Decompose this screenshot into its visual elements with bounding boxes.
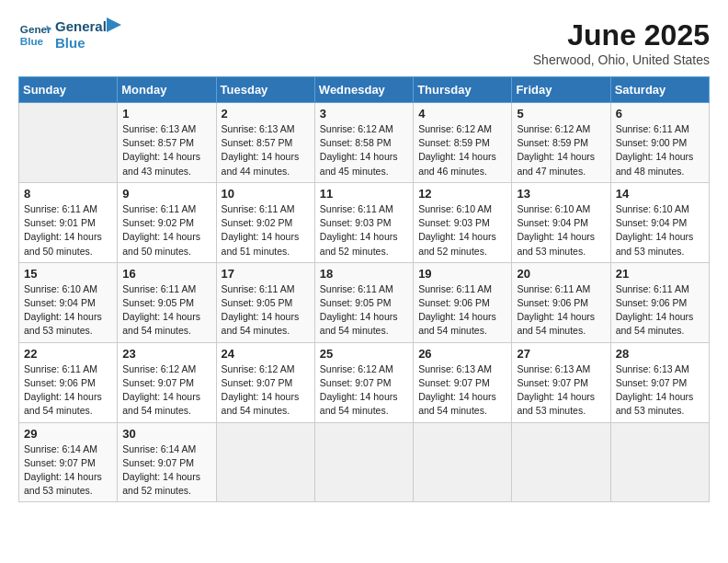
sunset-label: Sunset: 9:03 PM bbox=[320, 217, 392, 228]
daylight-label: Daylight: 14 hours bbox=[616, 311, 694, 322]
sunrise-label: Sunrise: 6:12 AM bbox=[122, 363, 196, 374]
daylight-minutes: and 54 minutes. bbox=[320, 325, 389, 336]
day-info: Sunrise: 6:11 AM Sunset: 9:06 PM Dayligh… bbox=[616, 282, 704, 339]
day-number: 6 bbox=[616, 107, 704, 121]
daylight-label: Daylight: 14 hours bbox=[418, 231, 496, 242]
daylight-minutes: and 50 minutes. bbox=[24, 246, 93, 257]
svg-text:Blue: Blue bbox=[20, 35, 44, 47]
day-info: Sunrise: 6:12 AM Sunset: 8:59 PM Dayligh… bbox=[517, 122, 605, 178]
day-info: Sunrise: 6:12 AM Sunset: 8:58 PM Dayligh… bbox=[320, 122, 408, 178]
sunset-label: Sunset: 9:07 PM bbox=[122, 457, 194, 468]
logo-flag-icon bbox=[105, 17, 123, 43]
daylight-label: Daylight: 14 hours bbox=[222, 231, 300, 242]
col-header-saturday: Saturday bbox=[610, 77, 709, 103]
day-number: 27 bbox=[517, 347, 605, 361]
daylight-label: Daylight: 14 hours bbox=[517, 151, 595, 162]
sunrise-label: Sunrise: 6:10 AM bbox=[517, 203, 590, 214]
day-info: Sunrise: 6:11 AM Sunset: 9:06 PM Dayligh… bbox=[517, 282, 605, 339]
sunrise-label: Sunrise: 6:11 AM bbox=[122, 283, 196, 294]
day-info: Sunrise: 6:12 AM Sunset: 8:59 PM Dayligh… bbox=[418, 122, 506, 178]
calendar-subtitle: Sherwood, Ohio, United States bbox=[533, 52, 710, 67]
calendar-cell: 3 Sunrise: 6:12 AM Sunset: 8:58 PM Dayli… bbox=[314, 103, 413, 183]
day-number: 28 bbox=[616, 347, 704, 361]
day-number: 30 bbox=[122, 427, 210, 441]
sunrise-label: Sunrise: 6:11 AM bbox=[320, 203, 393, 214]
day-info: Sunrise: 6:10 AM Sunset: 9:03 PM Dayligh… bbox=[418, 202, 506, 259]
sunset-label: Sunset: 9:04 PM bbox=[24, 297, 96, 308]
daylight-label: Daylight: 14 hours bbox=[24, 231, 102, 242]
daylight-minutes: and 51 minutes. bbox=[222, 246, 290, 257]
sunset-label: Sunset: 9:07 PM bbox=[320, 377, 392, 388]
daylight-minutes: and 54 minutes. bbox=[418, 405, 487, 416]
sunset-label: Sunset: 9:02 PM bbox=[122, 217, 194, 228]
week-row-3: 15 Sunrise: 6:10 AM Sunset: 9:04 PM Dayl… bbox=[19, 262, 710, 342]
day-info: Sunrise: 6:13 AM Sunset: 8:57 PM Dayligh… bbox=[122, 122, 210, 178]
day-info: Sunrise: 6:10 AM Sunset: 9:04 PM Dayligh… bbox=[24, 282, 112, 339]
calendar-cell: 22 Sunrise: 6:11 AM Sunset: 9:06 PM Dayl… bbox=[19, 342, 118, 422]
calendar-table: SundayMondayTuesdayWednesdayThursdayFrid… bbox=[18, 76, 710, 502]
sunrise-label: Sunrise: 6:11 AM bbox=[222, 283, 295, 294]
sunrise-label: Sunrise: 6:13 AM bbox=[418, 363, 492, 374]
week-row-4: 22 Sunrise: 6:11 AM Sunset: 9:06 PM Dayl… bbox=[19, 342, 710, 422]
day-info: Sunrise: 6:13 AM Sunset: 9:07 PM Dayligh… bbox=[517, 362, 605, 419]
sunset-label: Sunset: 9:00 PM bbox=[616, 137, 688, 148]
daylight-minutes: and 53 minutes. bbox=[517, 246, 586, 257]
day-number: 11 bbox=[320, 187, 408, 201]
daylight-minutes: and 54 minutes. bbox=[222, 405, 290, 416]
daylight-minutes: and 48 minutes. bbox=[616, 166, 685, 177]
daylight-label: Daylight: 14 hours bbox=[616, 151, 694, 162]
day-info: Sunrise: 6:11 AM Sunset: 9:03 PM Dayligh… bbox=[320, 202, 408, 259]
day-number: 26 bbox=[418, 347, 506, 361]
sunset-label: Sunset: 9:05 PM bbox=[222, 297, 293, 308]
day-number: 13 bbox=[517, 187, 605, 201]
sunrise-label: Sunrise: 6:10 AM bbox=[616, 203, 689, 214]
sunrise-label: Sunrise: 6:11 AM bbox=[222, 203, 295, 214]
day-number: 29 bbox=[24, 427, 112, 441]
calendar-cell: 14 Sunrise: 6:10 AM Sunset: 9:04 PM Dayl… bbox=[610, 182, 709, 262]
daylight-minutes: and 54 minutes. bbox=[320, 405, 389, 416]
sunrise-label: Sunrise: 6:14 AM bbox=[24, 443, 97, 454]
calendar-cell: 30 Sunrise: 6:14 AM Sunset: 9:07 PM Dayl… bbox=[118, 422, 216, 502]
sunrise-label: Sunrise: 6:10 AM bbox=[24, 283, 97, 294]
sunset-label: Sunset: 8:57 PM bbox=[122, 137, 194, 148]
day-number: 20 bbox=[517, 267, 605, 281]
sunrise-label: Sunrise: 6:11 AM bbox=[320, 283, 393, 294]
calendar-cell bbox=[314, 422, 413, 502]
daylight-label: Daylight: 14 hours bbox=[418, 151, 496, 162]
day-info: Sunrise: 6:11 AM Sunset: 9:05 PM Dayligh… bbox=[320, 282, 408, 339]
sunrise-label: Sunrise: 6:12 AM bbox=[418, 123, 492, 134]
sunset-label: Sunset: 9:06 PM bbox=[517, 297, 588, 308]
daylight-label: Daylight: 14 hours bbox=[517, 231, 595, 242]
sunrise-label: Sunrise: 6:11 AM bbox=[24, 363, 97, 374]
calendar-title: June 2025 bbox=[533, 18, 710, 52]
day-info: Sunrise: 6:12 AM Sunset: 9:07 PM Dayligh… bbox=[320, 362, 408, 419]
calendar-cell: 29 Sunrise: 6:14 AM Sunset: 9:07 PM Dayl… bbox=[19, 422, 118, 502]
daylight-label: Daylight: 14 hours bbox=[122, 231, 200, 242]
sunset-label: Sunset: 9:07 PM bbox=[616, 377, 688, 388]
calendar-cell bbox=[414, 422, 512, 502]
day-number: 25 bbox=[320, 347, 408, 361]
day-info: Sunrise: 6:11 AM Sunset: 9:05 PM Dayligh… bbox=[222, 282, 310, 339]
sunset-label: Sunset: 9:05 PM bbox=[320, 297, 392, 308]
daylight-label: Daylight: 14 hours bbox=[418, 311, 496, 322]
sunset-label: Sunset: 9:06 PM bbox=[24, 377, 96, 388]
sunset-label: Sunset: 9:04 PM bbox=[517, 217, 588, 228]
daylight-minutes: and 54 minutes. bbox=[122, 405, 191, 416]
day-number: 8 bbox=[24, 187, 112, 201]
day-number: 21 bbox=[616, 267, 704, 281]
daylight-label: Daylight: 14 hours bbox=[24, 311, 102, 322]
calendar-cell bbox=[19, 103, 118, 183]
sunrise-label: Sunrise: 6:11 AM bbox=[616, 123, 689, 134]
logo-icon: General Blue bbox=[18, 18, 51, 52]
daylight-minutes: and 54 minutes. bbox=[24, 405, 93, 416]
daylight-label: Daylight: 14 hours bbox=[320, 231, 398, 242]
daylight-label: Daylight: 14 hours bbox=[122, 151, 200, 162]
daylight-minutes: and 54 minutes. bbox=[418, 325, 487, 336]
sunset-label: Sunset: 9:02 PM bbox=[222, 217, 293, 228]
calendar-cell: 17 Sunrise: 6:11 AM Sunset: 9:05 PM Dayl… bbox=[216, 262, 314, 342]
day-info: Sunrise: 6:13 AM Sunset: 9:07 PM Dayligh… bbox=[418, 362, 506, 419]
logo: General Blue General Blue bbox=[18, 18, 123, 52]
day-info: Sunrise: 6:12 AM Sunset: 9:07 PM Dayligh… bbox=[122, 362, 210, 419]
sunset-label: Sunset: 9:01 PM bbox=[24, 217, 96, 228]
day-number: 3 bbox=[320, 107, 408, 121]
